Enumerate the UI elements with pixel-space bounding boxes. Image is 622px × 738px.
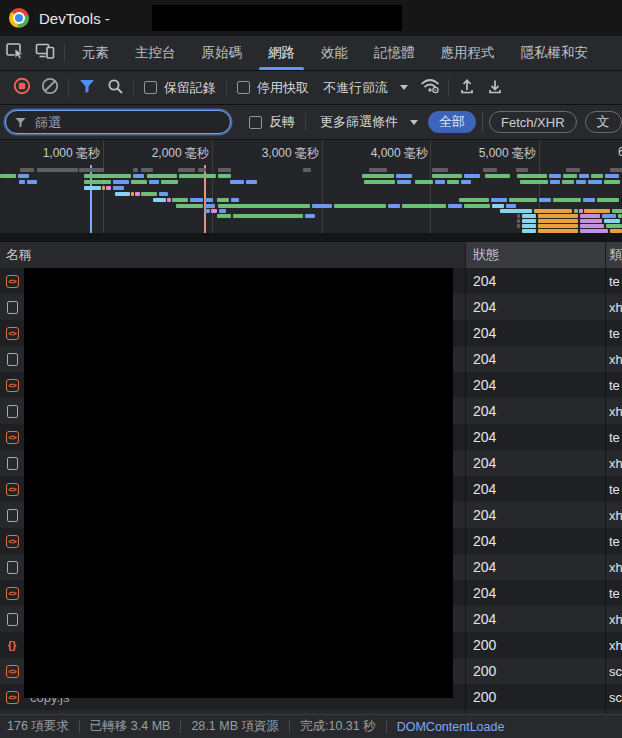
invert-checkbox[interactable]	[249, 116, 262, 129]
waterfall-bar	[610, 168, 622, 172]
redacted-title-area	[152, 5, 402, 31]
tab-sources[interactable]: 原始碼	[189, 36, 256, 70]
type-cell: xh	[605, 346, 622, 372]
tab-network[interactable]: 網路	[255, 36, 308, 70]
waterfall-bar	[205, 204, 215, 208]
request-type-filters: 全部Fetch/XHR文	[428, 111, 622, 133]
file-icon-cell	[0, 327, 24, 340]
filter-pill-1[interactable]: Fetch/XHR	[489, 111, 577, 133]
disable-cache-checkbox[interactable]	[237, 81, 250, 94]
file-icon-cell	[0, 561, 24, 574]
waterfall-bar	[388, 204, 400, 208]
waterfall-bar	[106, 186, 111, 190]
waterfall-bar	[517, 219, 520, 223]
waterfall-bar	[562, 180, 574, 184]
waterfall-bar	[538, 219, 578, 223]
waterfall-bar	[459, 198, 489, 202]
filter-input-pill[interactable]	[5, 110, 231, 134]
column-header-type[interactable]: 類	[605, 242, 622, 268]
disable-cache-toggle[interactable]: 停用快取	[237, 79, 309, 97]
status-cell: 204	[465, 528, 605, 554]
dom-content-loaded-time[interactable]: DOMContentLoade	[397, 720, 505, 734]
throttling-select[interactable]: 不進行節流	[323, 79, 408, 97]
clear-network-log-button[interactable]	[36, 74, 64, 102]
code-file-icon	[6, 691, 19, 704]
tab-console[interactable]: 主控台	[122, 36, 189, 70]
inspect-element-button[interactable]	[0, 36, 30, 70]
waterfall-bar	[538, 224, 578, 228]
waterfall-bar	[588, 180, 602, 184]
tab-memory[interactable]: 記憶體	[361, 36, 428, 70]
file-icon-cell	[0, 639, 24, 651]
tab-privacy[interactable]: 隱私權和安	[508, 36, 602, 70]
file-icon-cell	[0, 431, 24, 444]
preserve-log-checkbox[interactable]	[144, 81, 157, 94]
code-file-icon	[6, 379, 19, 392]
status-cell: 204	[465, 606, 605, 632]
filter-input[interactable]	[33, 114, 222, 131]
divider	[133, 79, 134, 97]
network-conditions-button[interactable]	[416, 74, 444, 102]
status-cell: 204	[465, 268, 605, 294]
network-toolbar: 保留記錄 停用快取 不進行節流	[0, 71, 622, 105]
waterfall-bar	[37, 168, 78, 172]
timeline-label: 5,000 毫秒	[479, 145, 536, 162]
waterfall-bar	[153, 198, 166, 202]
waterfall-bar	[461, 180, 471, 184]
waterfall-bar	[539, 198, 551, 202]
waterfall-bar	[492, 204, 504, 208]
waterfall-bar	[563, 174, 577, 178]
timeline-label: 3,000 毫秒	[262, 145, 319, 162]
divider	[289, 720, 290, 733]
column-header-name[interactable]: 名稱	[0, 242, 465, 268]
search-button[interactable]	[101, 74, 129, 102]
filter-pill-0[interactable]: 全部	[428, 111, 476, 133]
tab-application[interactable]: 應用程式	[428, 36, 508, 70]
import-har-button[interactable]	[453, 74, 481, 102]
waterfall-bar	[84, 174, 131, 178]
waterfall-bar	[362, 174, 394, 178]
transferred-size: 已轉移 3.4 MB	[90, 718, 171, 735]
file-icon-cell	[0, 353, 24, 366]
divider	[386, 720, 387, 733]
filter-pill-2[interactable]: 文	[585, 111, 622, 133]
waterfall-bar	[580, 214, 600, 218]
waterfall-bar	[583, 198, 595, 202]
code-file-icon	[6, 665, 19, 678]
waterfall-bar	[402, 204, 446, 208]
requests-count: 176 項要求	[7, 718, 69, 735]
waterfall-bar	[397, 180, 411, 184]
upload-icon	[458, 77, 476, 99]
waterfall-bar	[597, 198, 619, 202]
timeline-label: 4,000 毫秒	[371, 145, 428, 162]
waterfall-bar	[520, 180, 548, 184]
waterfall-bar	[217, 214, 231, 218]
waterfall-bar	[231, 198, 239, 202]
status-cell: 204	[465, 502, 605, 528]
tab-performance[interactable]: 效能	[308, 36, 361, 70]
status-cell: 200	[465, 684, 605, 710]
filter-toggle-button[interactable]	[73, 74, 101, 102]
tab-elements[interactable]: 元素	[69, 36, 122, 70]
divider	[482, 112, 483, 132]
record-network-log-button[interactable]	[8, 74, 36, 102]
code-file-icon	[6, 327, 19, 340]
file-icon-cell	[0, 587, 24, 600]
waterfall-bar	[538, 214, 578, 218]
document-file-icon	[7, 353, 18, 366]
network-overview-timeline[interactable]: 1,000 毫秒2,000 毫秒3,000 毫秒4,000 毫秒5,000 毫秒…	[0, 140, 622, 233]
export-har-button[interactable]	[481, 74, 509, 102]
waterfall-bar	[584, 209, 610, 213]
more-filters-dropdown[interactable]: 更多篩選條件	[320, 113, 418, 131]
document-file-icon	[7, 301, 18, 314]
file-icon-cell	[0, 691, 24, 704]
column-header-status[interactable]: 狀態	[465, 242, 605, 268]
preserve-log-toggle[interactable]: 保留記錄	[144, 79, 216, 97]
inspect-cursor-icon	[5, 41, 25, 65]
code-file-icon	[6, 431, 19, 444]
waterfall-bar	[20, 168, 34, 172]
divider	[64, 44, 65, 62]
invert-filter-toggle[interactable]: 反轉	[249, 113, 295, 131]
code-file-icon	[6, 275, 19, 288]
device-toolbar-button[interactable]	[30, 36, 60, 70]
